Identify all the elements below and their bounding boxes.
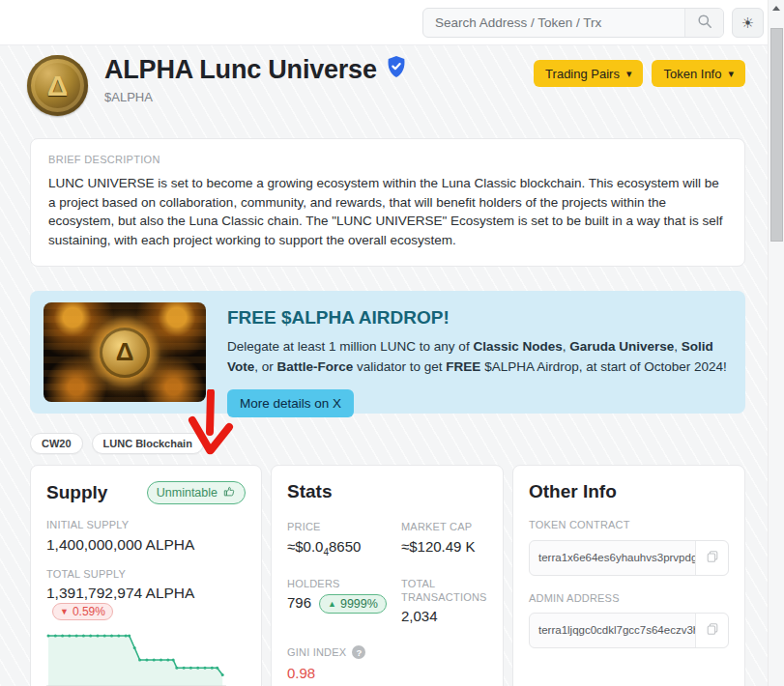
initial-supply-value: 1,400,000,000 ALPHA bbox=[46, 536, 246, 554]
transactions-label: TOTAL TRANSACTIONS bbox=[401, 577, 487, 605]
holders-change-value: 9999% bbox=[340, 597, 378, 611]
copy-icon bbox=[706, 622, 719, 639]
transactions-block: TOTAL TRANSACTIONS 2,034 bbox=[401, 577, 487, 625]
page-title: ALPHA Lunc Universe bbox=[104, 55, 407, 85]
up-triangle-icon bbox=[772, 6, 780, 11]
sun-icon: ☀ bbox=[741, 14, 754, 32]
airdrop-text-segment: Battle-Force bbox=[277, 359, 354, 374]
theme-toggle-button[interactable]: ☀ bbox=[732, 8, 764, 38]
chevron-down-icon: ▾ bbox=[626, 68, 632, 80]
other-info-title: Other Info bbox=[529, 481, 729, 502]
price-value: ≈$0.048650 bbox=[287, 538, 393, 557]
airdrop-text-segment: Classic Nodes bbox=[473, 339, 562, 354]
gini-value: 0.98 bbox=[287, 665, 487, 681]
airdrop-text-segment: , or bbox=[254, 359, 276, 374]
unmintable-badge: Unmintable bbox=[147, 481, 246, 504]
total-supply-value: 1,391,792,974 ALPHA▼0.59% bbox=[46, 585, 246, 620]
copy-contract-button[interactable] bbox=[695, 541, 728, 575]
token-contract-value[interactable]: terra1x6e64es6yhauhvs3prvpdg2gk bbox=[530, 541, 695, 575]
scrollbar-thumb[interactable] bbox=[770, 28, 783, 242]
airdrop-text-segment: Delegate at least 1 million LUNC to any … bbox=[227, 339, 473, 354]
search-button[interactable] bbox=[684, 9, 723, 37]
admin-address-field: terra1ljqgc0cdkl7gcc7s64eczv3hrgg bbox=[529, 613, 729, 648]
token-logo-glyph: Δ bbox=[47, 71, 69, 100]
airdrop-image: Δ bbox=[44, 302, 206, 402]
trading-pairs-button[interactable]: Trading Pairs ▾ bbox=[534, 60, 643, 87]
tag-lunc-blockchain: LUNC Blockchain bbox=[92, 433, 204, 454]
more-details-button[interactable]: More details on X bbox=[227, 389, 354, 417]
holders-change-badge: ▲9999% bbox=[319, 594, 387, 614]
airdrop-emblem-icon: Δ bbox=[100, 328, 150, 378]
supply-chart-wrap bbox=[46, 630, 246, 686]
market-cap-value: ≈$120.49 K bbox=[401, 538, 487, 555]
header-buttons: Trading Pairs ▾ Token Info ▾ bbox=[534, 60, 745, 87]
gini-block: GINI INDEX ? 0.98 bbox=[287, 645, 487, 681]
admin-address-label: ADMIN ADDRESS bbox=[529, 591, 729, 605]
token-name: ALPHA Lunc Universe bbox=[104, 55, 377, 85]
transactions-value: 2,034 bbox=[401, 608, 487, 624]
unmintable-label: Unmintable bbox=[157, 486, 218, 500]
description-text: LUNC UNIVERSE is set to become a growing… bbox=[48, 174, 727, 249]
main-content: BRIEF DESCRIPTION LUNC UNIVERSE is set t… bbox=[30, 138, 745, 686]
price-block: PRICE ≈$0.048650 bbox=[287, 520, 393, 557]
admin-address-value[interactable]: terra1ljqgc0cdkl7gcc7s64eczv3hrgg bbox=[530, 614, 695, 647]
token-contract-label: TOKEN CONTRACT bbox=[529, 518, 729, 531]
title-block: ALPHA Lunc Universe $ALPHA bbox=[104, 55, 407, 104]
stats-title: Stats bbox=[287, 481, 487, 502]
supply-change-value: 0.59% bbox=[73, 605, 105, 618]
description-label: BRIEF DESCRIPTION bbox=[48, 154, 727, 165]
holders-number: 796 bbox=[287, 594, 311, 611]
airdrop-text-segment: validator to get bbox=[353, 359, 446, 374]
tag-cw20: CW20 bbox=[30, 433, 83, 454]
other-info-card: Other Info TOKEN CONTRACT terra1x6e64es6… bbox=[512, 465, 745, 686]
trading-pairs-label: Trading Pairs bbox=[545, 67, 620, 81]
supply-card: Supply Unmintable INITIAL SUPPLY 1,400,0… bbox=[30, 465, 262, 686]
search-input[interactable] bbox=[423, 9, 684, 37]
page-scrollbar[interactable] bbox=[768, 0, 784, 686]
airdrop-text-segment: $ALPHA Airdrop, at start of October 2024… bbox=[480, 359, 726, 374]
chevron-down-icon: ▾ bbox=[728, 68, 734, 80]
token-symbol: $ALPHA bbox=[104, 90, 407, 104]
holders-block: HOLDERS 796▲9999% bbox=[287, 577, 393, 625]
airdrop-title: FREE $ALPHA AIRDROP! bbox=[227, 307, 730, 329]
holders-label: HOLDERS bbox=[287, 577, 393, 590]
gini-label: GINI INDEX bbox=[287, 645, 346, 659]
price-suffix: 8650 bbox=[329, 538, 361, 555]
airdrop-text-segment: , bbox=[674, 339, 682, 354]
price-prefix: ≈$0.0 bbox=[287, 538, 323, 555]
airdrop-text-segment: Garuda Universe bbox=[569, 339, 674, 354]
initial-supply-label: INITIAL SUPPLY bbox=[46, 518, 246, 531]
cards-row: Supply Unmintable INITIAL SUPPLY 1,400,0… bbox=[30, 465, 745, 686]
market-cap-label: MARKET CAP bbox=[401, 520, 487, 533]
thumbs-up-icon bbox=[223, 485, 236, 500]
verified-shield-icon bbox=[386, 55, 407, 85]
question-icon[interactable]: ? bbox=[352, 645, 365, 659]
airdrop-text-segment: FREE bbox=[446, 359, 480, 374]
price-label: PRICE bbox=[287, 520, 393, 533]
tags-row: CW20 LUNC Blockchain bbox=[30, 433, 745, 454]
supply-chart bbox=[46, 630, 226, 686]
market-cap-block: MARKET CAP ≈$120.49 K bbox=[401, 520, 487, 557]
total-supply-label: TOTAL SUPPLY bbox=[46, 567, 246, 581]
supply-title: Supply bbox=[46, 482, 107, 503]
description-card: BRIEF DESCRIPTION LUNC UNIVERSE is set t… bbox=[30, 138, 745, 267]
scrollbar-up-arrow[interactable] bbox=[769, 0, 784, 15]
top-bar: ☀ bbox=[0, 0, 768, 45]
search-icon bbox=[697, 14, 712, 32]
airdrop-body: FREE $ALPHA AIRDROP! Delegate at least 1… bbox=[227, 302, 730, 402]
copy-icon bbox=[706, 550, 719, 566]
holders-value: 796▲9999% bbox=[287, 594, 393, 614]
copy-admin-button[interactable] bbox=[695, 614, 728, 647]
airdrop-text: Delegate at least 1 million LUNC to any … bbox=[227, 337, 730, 377]
token-info-button[interactable]: Token Info ▾ bbox=[652, 60, 745, 87]
supply-change-badge: ▼0.59% bbox=[52, 603, 113, 620]
token-logo: Δ bbox=[27, 55, 88, 116]
airdrop-banner: Δ FREE $ALPHA AIRDROP! Delegate at least… bbox=[30, 291, 745, 414]
search-group bbox=[422, 8, 724, 38]
triangle-up-icon: ▲ bbox=[328, 599, 336, 609]
total-supply-number: 1,391,792,974 ALPHA bbox=[46, 585, 194, 601]
token-info-label: Token Info bbox=[663, 67, 721, 81]
stats-card: Stats PRICE ≈$0.048650 MARKET CAP ≈$120.… bbox=[271, 465, 504, 686]
token-contract-field: terra1x6e64es6yhauhvs3prvpdg2gk bbox=[529, 540, 729, 576]
triangle-down-icon: ▼ bbox=[60, 607, 69, 616]
